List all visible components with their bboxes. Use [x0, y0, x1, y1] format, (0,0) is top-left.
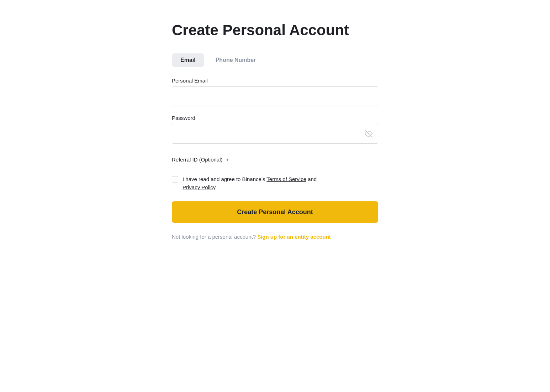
terms-of-service-link[interactable]: Terms of Service	[266, 176, 306, 182]
privacy-policy-link[interactable]: Privacy Policy	[183, 184, 215, 190]
terms-checkbox[interactable]	[172, 176, 178, 182]
page-title: Create Personal Account	[172, 21, 378, 39]
referral-label-text: Referral ID (Optional)	[172, 157, 223, 163]
email-label: Personal Email	[172, 78, 378, 84]
terms-checkbox-group: I have read and agree to Binance’s Terms…	[172, 175, 378, 191]
entity-signup-section: Not looking for a personal account? Sign…	[172, 233, 378, 241]
terms-text-after: .	[215, 184, 217, 190]
tab-group: Email Phone Number	[172, 53, 378, 67]
tab-phone[interactable]: Phone Number	[207, 53, 265, 67]
entity-text-label: Not looking for a personal account?	[172, 234, 256, 240]
entity-signup-link[interactable]: Sign up for an entity account	[257, 234, 331, 240]
terms-text-before: I have read and agree to Binance’s	[183, 176, 266, 182]
email-input[interactable]	[172, 86, 378, 106]
password-input[interactable]	[172, 124, 378, 144]
password-label: Password	[172, 115, 378, 121]
email-field-group: Personal Email	[172, 78, 378, 106]
terms-text: I have read and agree to Binance’s Terms…	[183, 175, 317, 191]
form-container: Create Personal Account Email Phone Numb…	[172, 21, 378, 241]
password-wrapper	[172, 124, 378, 144]
password-field-group: Password	[172, 115, 378, 144]
eye-hidden-icon[interactable]	[365, 130, 372, 138]
tab-email[interactable]: Email	[172, 53, 204, 67]
referral-field-group: Referral ID (Optional) ▼	[172, 152, 378, 167]
chevron-down-icon: ▼	[226, 157, 230, 162]
terms-text-between: and	[306, 176, 317, 182]
referral-toggle[interactable]: Referral ID (Optional) ▼	[172, 152, 378, 167]
create-account-button[interactable]: Create Personal Account	[172, 201, 378, 223]
